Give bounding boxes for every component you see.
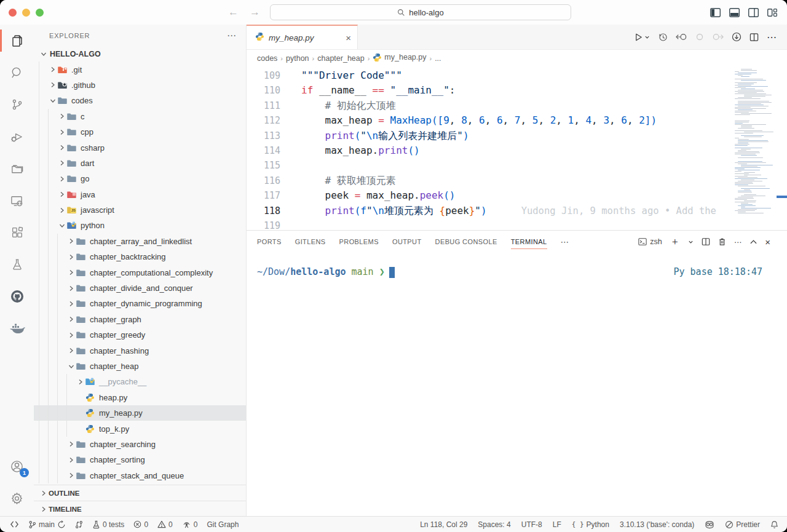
tree-item-go[interactable]: go [34, 171, 246, 186]
statusbar-prettier[interactable]: Prettier [725, 520, 760, 529]
statusbar-utf-8[interactable]: UTF-8 [521, 520, 542, 529]
explorer-more-actions-icon[interactable]: ⋯ [227, 30, 237, 41]
tree-item-java[interactable]: java [34, 187, 246, 202]
statusbar-lf[interactable]: LF [553, 520, 561, 529]
gitlens-next-change-icon[interactable] [712, 33, 724, 41]
activitybar-github-icon[interactable] [0, 280, 34, 312]
code-line-110[interactable]: 110if __name__ == "__main__": [247, 83, 735, 98]
close-tab-icon[interactable]: × [346, 33, 351, 43]
tree-item-chapter-sorting[interactable]: chapter_sorting [34, 452, 246, 467]
activitybar-docker-icon[interactable] [0, 312, 34, 344]
breadcrumb-item[interactable]: codes [257, 54, 277, 63]
minimap[interactable] [735, 66, 777, 214]
tree-item-chapter-backtracking[interactable]: chapter_backtracking [34, 249, 246, 264]
tree-item-my-heap-py[interactable]: my_heap.py [34, 405, 246, 421]
nav-back-icon[interactable]: ← [228, 6, 239, 18]
code-line-118[interactable]: 118 print(f"\n堆顶元素为 {peek}")Yudong Jin, … [247, 204, 735, 218]
breadcrumb-item[interactable]: chapter_heap [317, 54, 364, 63]
breadcrumb-item[interactable]: python [286, 54, 309, 63]
statusbar-spaces-4[interactable]: Spaces: 4 [478, 520, 510, 529]
statusbar-0[interactable]: 0 [182, 520, 198, 529]
statusbar-0-tests[interactable]: 0 tests [92, 520, 124, 529]
tree-item--pycache-[interactable]: __pycache__ [34, 374, 246, 389]
statusbar-main[interactable]: main [28, 520, 66, 529]
tree-item-csharp[interactable]: csharp [34, 140, 246, 155]
timeline-history-icon[interactable] [658, 32, 668, 42]
sidebar-section-timeline[interactable]: TIMELINE [34, 501, 246, 517]
breadcrumb-item[interactable]: my_heap.py [373, 53, 426, 64]
toggle-secondary-sidebar-icon[interactable] [748, 8, 759, 17]
tree-item-chapter-dynamic-programming[interactable]: chapter_dynamic_programming [34, 296, 246, 311]
tree-item-top-k-py[interactable]: top_k.py [34, 421, 246, 436]
toggle-sidebar-icon[interactable] [710, 8, 721, 17]
tree-item-javascript[interactable]: JSjavascript [34, 202, 246, 218]
sidebar-section-outline[interactable]: OUTLINE [34, 485, 246, 501]
activitybar-remote-explorer-icon[interactable] [0, 185, 34, 216]
tree-item-codes[interactable]: codes [34, 93, 246, 108]
panel-tab-output[interactable]: OUTPUT [392, 231, 422, 253]
code-line-112[interactable]: 112 max_heap = MaxHeap([9, 8, 6, 6, 7, 5… [247, 113, 735, 128]
tree-item-chapter-stack-and-queue[interactable]: chapter_stack_and_queue [34, 468, 246, 483]
close-window-button[interactable] [9, 9, 17, 17]
gitlens-prev-change-icon[interactable] [676, 33, 687, 41]
terminal-shell-picker[interactable]: zsh [638, 237, 662, 246]
tree-item-chapter-heap[interactable]: chapter_heap [34, 359, 246, 374]
statusbar-python[interactable]: { }Python [572, 520, 609, 529]
code-line-119[interactable]: 119 [247, 218, 735, 230]
tree-item-python[interactable]: python [34, 218, 246, 233]
tree-item-chapter-greedy[interactable]: chapter_greedy [34, 327, 246, 343]
editor-more-actions-icon[interactable]: ⋯ [767, 31, 777, 43]
minimize-window-button[interactable] [22, 9, 30, 17]
code-editor[interactable]: 109"""Driver Code"""110if __name__ == "_… [247, 66, 787, 230]
statusbar-bell[interactable] [770, 520, 778, 529]
toggle-panel-icon[interactable] [729, 8, 740, 17]
tree-item-chapter-searching[interactable]: chapter_searching [34, 437, 246, 452]
panel-tab-terminal[interactable]: TERMINAL [511, 231, 547, 253]
statusbar-copilot[interactable] [705, 520, 714, 529]
tree-item--github[interactable]: .github [34, 77, 246, 93]
statusbar-0[interactable]: 0 [133, 520, 148, 529]
terminal-dropdown-icon[interactable] [688, 239, 694, 245]
maximize-panel-icon[interactable] [750, 239, 757, 244]
tree-root-hello-algo[interactable]: HELLO-ALGO [34, 46, 246, 62]
code-line-114[interactable]: 114 max_heap.print() [247, 143, 735, 158]
accounts-icon[interactable]: 1 [0, 450, 34, 482]
code-line-115[interactable]: 115 [247, 158, 735, 173]
settings-gear-icon[interactable] [0, 482, 34, 514]
kill-terminal-icon[interactable] [718, 237, 726, 246]
breadcrumb-item[interactable]: ... [435, 54, 441, 63]
code-line-116[interactable]: 116 # 获取堆顶元素 [247, 173, 735, 188]
panel-tab-debug-console[interactable]: DEBUG CONSOLE [435, 231, 497, 253]
activitybar-folders-icon[interactable] [0, 153, 34, 185]
tree-item-chapter-array-and-linkedlist[interactable]: chapter_array_and_linkedlist [34, 234, 246, 249]
activitybar-search-icon[interactable] [0, 57, 34, 89]
activitybar-extensions-icon[interactable] [0, 216, 34, 248]
terminal-output[interactable]: ~/Dow/hello-algo main ❯ Py base 18:18:47 [247, 253, 787, 517]
activitybar-run-debug-icon[interactable] [0, 121, 34, 153]
tree-item-chapter-computational-complexity[interactable]: chapter_computational_complexity [34, 264, 246, 280]
tree-item-heap-py[interactable]: heap.py [34, 390, 246, 405]
activitybar-source-control-icon[interactable] [0, 89, 34, 121]
tree-item-chapter-hashing[interactable]: chapter_hashing [34, 343, 246, 358]
code-line-111[interactable]: 111 # 初始化大顶堆 [247, 98, 735, 113]
panel-tab-gitlens[interactable]: GITLENS [295, 231, 326, 253]
tree-item-c[interactable]: c [34, 109, 246, 124]
panel-more-actions-icon[interactable]: ⋯ [734, 237, 743, 247]
statusbar-3-10-13-base-conda-[interactable]: 3.10.13 ('base': conda) [620, 520, 694, 529]
close-panel-icon[interactable]: × [765, 237, 770, 247]
statusbar-ln-118-col-29[interactable]: Ln 118, Col 29 [420, 520, 467, 529]
gitlens-graph-icon[interactable] [732, 32, 742, 42]
tree-item--git[interactable]: .git [34, 62, 246, 77]
tree-item-dart[interactable]: dart [34, 156, 246, 171]
command-center-search[interactable]: hello-algo [270, 4, 571, 20]
customize-layout-icon[interactable] [767, 8, 777, 17]
new-terminal-icon[interactable]: ＋ [670, 236, 680, 248]
tree-item-cpp[interactable]: cpp [34, 124, 246, 140]
editor-tab-my-heap[interactable]: my_heap.py × [247, 25, 358, 49]
split-editor-icon[interactable] [749, 33, 759, 42]
statusbar-0[interactable]: 0 [157, 520, 173, 529]
tree-item-chapter-graph[interactable]: chapter_graph [34, 312, 246, 327]
zoom-window-button[interactable] [36, 9, 44, 17]
code-line-109[interactable]: 109"""Driver Code""" [247, 68, 735, 83]
gitlens-change-icon[interactable] [695, 33, 704, 41]
